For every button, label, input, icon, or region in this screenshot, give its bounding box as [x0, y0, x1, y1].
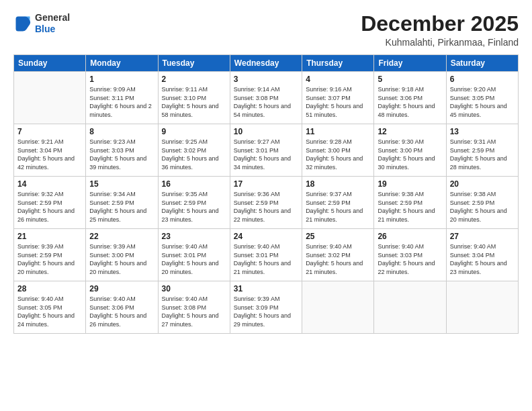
table-row: 29Sunrise: 9:40 AM Sunset: 3:06 PM Dayli… — [86, 281, 158, 334]
day-info: Sunrise: 9:21 AM Sunset: 3:04 PM Dayligh… — [17, 138, 82, 171]
table-row: 26Sunrise: 9:40 AM Sunset: 3:03 PM Dayli… — [374, 229, 446, 281]
day-number: 31 — [234, 284, 298, 293]
table-row: 20Sunrise: 9:38 AM Sunset: 2:59 PM Dayli… — [446, 177, 518, 229]
day-info: Sunrise: 9:30 AM Sunset: 3:00 PM Dayligh… — [378, 138, 442, 171]
day-info: Sunrise: 9:40 AM Sunset: 3:01 PM Dayligh… — [162, 242, 226, 276]
day-number: 21 — [17, 232, 82, 241]
table-row — [374, 281, 446, 334]
day-info: Sunrise: 9:32 AM Sunset: 2:59 PM Dayligh… — [17, 190, 82, 224]
day-info: Sunrise: 9:23 AM Sunset: 3:03 PM Dayligh… — [89, 138, 154, 171]
day-number: 1 — [89, 75, 154, 84]
day-number: 24 — [234, 232, 298, 241]
day-number: 10 — [234, 127, 298, 136]
table-row: 16Sunrise: 9:35 AM Sunset: 2:59 PM Dayli… — [158, 177, 230, 229]
day-info: Sunrise: 9:09 AM Sunset: 3:11 PM Dayligh… — [89, 85, 154, 119]
table-row: 23Sunrise: 9:40 AM Sunset: 3:01 PM Dayli… — [158, 229, 230, 281]
day-number: 4 — [306, 75, 370, 84]
table-row: 1Sunrise: 9:09 AM Sunset: 3:11 PM Daylig… — [86, 72, 158, 124]
table-row: 28Sunrise: 9:40 AM Sunset: 3:05 PM Dayli… — [14, 281, 86, 334]
table-row: 25Sunrise: 9:40 AM Sunset: 3:02 PM Dayli… — [302, 229, 374, 281]
day-number: 8 — [89, 127, 154, 136]
logo-blue: Blue — [35, 24, 70, 35]
day-info: Sunrise: 9:34 AM Sunset: 2:59 PM Dayligh… — [89, 190, 154, 224]
calendar-week-row: 28Sunrise: 9:40 AM Sunset: 3:05 PM Dayli… — [14, 281, 519, 334]
day-info: Sunrise: 9:37 AM Sunset: 2:59 PM Dayligh… — [306, 190, 370, 224]
day-number: 25 — [306, 232, 370, 241]
table-row: 11Sunrise: 9:28 AM Sunset: 3:00 PM Dayli… — [302, 124, 374, 177]
table-row — [302, 281, 374, 334]
calendar-week-row: 7Sunrise: 9:21 AM Sunset: 3:04 PM Daylig… — [14, 124, 519, 177]
day-number: 28 — [17, 284, 82, 293]
day-info: Sunrise: 9:38 AM Sunset: 2:59 PM Dayligh… — [378, 190, 442, 224]
table-row: 12Sunrise: 9:30 AM Sunset: 3:00 PM Dayli… — [374, 124, 446, 177]
day-number: 6 — [450, 75, 515, 84]
day-number: 11 — [306, 127, 370, 136]
table-row: 13Sunrise: 9:31 AM Sunset: 2:59 PM Dayli… — [446, 124, 518, 177]
day-info: Sunrise: 9:35 AM Sunset: 2:59 PM Dayligh… — [162, 190, 226, 224]
col-tuesday: Tuesday — [158, 55, 230, 72]
calendar-week-row: 1Sunrise: 9:09 AM Sunset: 3:11 PM Daylig… — [14, 72, 519, 124]
table-row: 17Sunrise: 9:36 AM Sunset: 2:59 PM Dayli… — [230, 177, 302, 229]
table-row — [446, 281, 518, 334]
table-row: 15Sunrise: 9:34 AM Sunset: 2:59 PM Dayli… — [86, 177, 158, 229]
logo-text: General Blue — [35, 12, 70, 35]
table-row: 21Sunrise: 9:39 AM Sunset: 2:59 PM Dayli… — [14, 229, 86, 281]
table-row: 3Sunrise: 9:14 AM Sunset: 3:08 PM Daylig… — [230, 72, 302, 124]
day-info: Sunrise: 9:40 AM Sunset: 3:05 PM Dayligh… — [17, 295, 82, 328]
table-row: 18Sunrise: 9:37 AM Sunset: 2:59 PM Dayli… — [302, 177, 374, 229]
day-number: 27 — [450, 232, 515, 241]
table-row: 4Sunrise: 9:16 AM Sunset: 3:07 PM Daylig… — [302, 72, 374, 124]
calendar-header-row: Sunday Monday Tuesday Wednesday Thursday… — [14, 55, 519, 72]
table-row: 9Sunrise: 9:25 AM Sunset: 3:02 PM Daylig… — [158, 124, 230, 177]
day-info: Sunrise: 9:31 AM Sunset: 2:59 PM Dayligh… — [450, 138, 515, 171]
day-number: 9 — [162, 127, 226, 136]
day-info: Sunrise: 9:39 AM Sunset: 3:00 PM Dayligh… — [89, 242, 154, 276]
page: General Blue December 2025 Kuhmalahti, P… — [0, 0, 532, 411]
day-number: 29 — [89, 284, 154, 293]
day-number: 23 — [162, 232, 226, 241]
day-number: 13 — [450, 127, 515, 136]
table-row: 19Sunrise: 9:38 AM Sunset: 2:59 PM Dayli… — [374, 177, 446, 229]
table-row: 8Sunrise: 9:23 AM Sunset: 3:03 PM Daylig… — [86, 124, 158, 177]
table-row: 30Sunrise: 9:40 AM Sunset: 3:08 PM Dayli… — [158, 281, 230, 334]
calendar: Sunday Monday Tuesday Wednesday Thursday… — [13, 54, 519, 334]
day-number: 2 — [162, 75, 226, 84]
logo: General Blue — [13, 12, 70, 35]
table-row: 10Sunrise: 9:27 AM Sunset: 3:01 PM Dayli… — [230, 124, 302, 177]
calendar-week-row: 21Sunrise: 9:39 AM Sunset: 2:59 PM Dayli… — [14, 229, 519, 281]
main-title: December 2025 — [361, 12, 519, 36]
day-number: 22 — [89, 232, 154, 241]
day-number: 5 — [378, 75, 442, 84]
day-number: 18 — [306, 179, 370, 189]
day-number: 30 — [162, 284, 226, 293]
col-wednesday: Wednesday — [230, 55, 302, 72]
day-info: Sunrise: 9:40 AM Sunset: 3:06 PM Dayligh… — [89, 295, 154, 328]
day-info: Sunrise: 9:40 AM Sunset: 3:02 PM Dayligh… — [306, 242, 370, 276]
table-row: 24Sunrise: 9:40 AM Sunset: 3:01 PM Dayli… — [230, 229, 302, 281]
day-info: Sunrise: 9:18 AM Sunset: 3:06 PM Dayligh… — [378, 85, 442, 119]
day-number: 26 — [378, 232, 442, 241]
day-number: 20 — [450, 179, 515, 189]
col-saturday: Saturday — [446, 55, 518, 72]
day-info: Sunrise: 9:40 AM Sunset: 3:04 PM Dayligh… — [450, 242, 515, 276]
col-thursday: Thursday — [302, 55, 374, 72]
table-row: 27Sunrise: 9:40 AM Sunset: 3:04 PM Dayli… — [446, 229, 518, 281]
day-number: 17 — [234, 179, 298, 189]
day-number: 15 — [89, 179, 154, 189]
day-number: 14 — [17, 179, 82, 189]
calendar-week-row: 14Sunrise: 9:32 AM Sunset: 2:59 PM Dayli… — [14, 177, 519, 229]
table-row: 2Sunrise: 9:11 AM Sunset: 3:10 PM Daylig… — [158, 72, 230, 124]
day-info: Sunrise: 9:20 AM Sunset: 3:05 PM Dayligh… — [450, 85, 515, 119]
day-info: Sunrise: 9:40 AM Sunset: 3:01 PM Dayligh… — [234, 242, 298, 276]
table-row: 5Sunrise: 9:18 AM Sunset: 3:06 PM Daylig… — [374, 72, 446, 124]
day-info: Sunrise: 9:39 AM Sunset: 3:09 PM Dayligh… — [234, 295, 298, 328]
subtitle: Kuhmalahti, Pirkanmaa, Finland — [361, 37, 519, 48]
logo-icon — [13, 14, 32, 33]
day-number: 7 — [17, 127, 82, 136]
day-number: 19 — [378, 179, 442, 189]
day-number: 3 — [234, 75, 298, 84]
day-info: Sunrise: 9:14 AM Sunset: 3:08 PM Dayligh… — [234, 85, 298, 119]
day-info: Sunrise: 9:39 AM Sunset: 2:59 PM Dayligh… — [17, 242, 82, 276]
col-friday: Friday — [374, 55, 446, 72]
col-sunday: Sunday — [14, 55, 86, 72]
